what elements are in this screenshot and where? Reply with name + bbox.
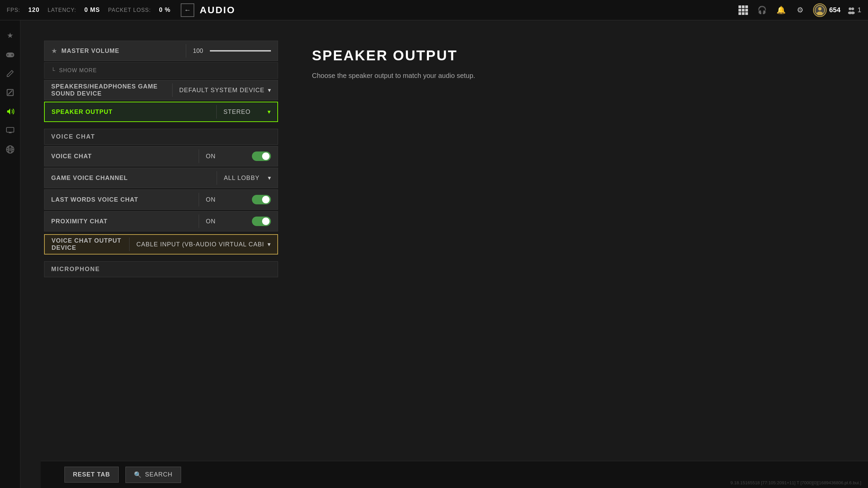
voice-chat-toggle[interactable] — [252, 151, 271, 161]
back-button[interactable]: ← — [181, 3, 194, 17]
master-volume-row[interactable]: ★ MASTER VOLUME 100 — [44, 41, 278, 61]
last-words-voice-chat-value: ON — [206, 196, 246, 203]
divider — [199, 149, 199, 163]
voice-chat-section-header: VOICE CHAT — [44, 129, 278, 145]
speakers-device-row[interactable]: SPEAKERS/HEADPHONES GAME SOUND DEVICE DE… — [44, 80, 278, 100]
topbar: FPS: 120 LATENCY: 0 MS PACKET LOSS: 0 % … — [0, 0, 868, 20]
stats-bar: FPS: 120 LATENCY: 0 MS PACKET LOSS: 0 % — [7, 6, 171, 14]
fps-value: 120 — [28, 6, 40, 14]
version-text: 9.18.15165518 [77:105:2091+11] T [7000][… — [730, 480, 861, 485]
game-voice-channel-row[interactable]: GAME VOICE CHANNEL ALL LOBBY ▾ — [44, 168, 278, 188]
content-area: ★ MASTER VOLUME 100 └ SHOW MORE SPEAKERS… — [20, 20, 868, 488]
svg-point-1 — [818, 7, 822, 11]
sidebar-item-favorites[interactable]: ★ — [2, 27, 19, 44]
last-words-voice-chat-row[interactable]: LAST WORDS VOICE CHAT ON — [44, 189, 278, 210]
packet-loss-value: 0 % — [159, 6, 171, 14]
divider — [129, 238, 130, 251]
speaker-output-label: SPEAKER OUTPUT — [52, 108, 210, 116]
divider — [199, 215, 199, 228]
page-title: AUDIO — [200, 5, 235, 16]
settings-panel: ★ MASTER VOLUME 100 └ SHOW MORE SPEAKERS… — [20, 20, 292, 488]
main-layout: ★ — [0, 20, 868, 488]
voice-chat-section-label: VOICE CHAT — [51, 133, 95, 140]
master-volume-label: MASTER VOLUME — [61, 47, 179, 55]
voice-output-device-arrow: ▾ — [268, 241, 271, 248]
proximity-chat-toggle[interactable] — [252, 217, 271, 226]
user-badge[interactable]: 654 — [813, 3, 841, 17]
speakers-dropdown-arrow: ▾ — [268, 86, 271, 94]
master-volume-value: 100 — [193, 47, 206, 55]
proximity-chat-label: PROXIMITY CHAT — [51, 218, 192, 225]
divider — [217, 171, 217, 185]
proximity-chat-value: ON — [206, 218, 246, 225]
svg-rect-16 — [6, 127, 14, 132]
divider — [186, 44, 186, 58]
sidebar-item-display[interactable] — [2, 122, 19, 139]
speakers-device-value: DEFAULT SYSTEM DEVICE — [179, 87, 264, 94]
packet-loss-label: PACKET LOSS: — [108, 7, 151, 13]
sidebar-item-slash[interactable] — [2, 84, 19, 101]
sidebar-item-network[interactable] — [2, 141, 19, 158]
svg-point-4 — [851, 7, 854, 10]
toggle-knob — [262, 218, 270, 225]
headphones-icon[interactable]: 🎧 — [756, 4, 768, 16]
show-more-row[interactable]: └ SHOW MORE — [44, 62, 278, 79]
slider-fill — [210, 50, 271, 52]
topbar-right: 🎧 🔔 ⚙ 654 1 — [737, 3, 862, 17]
search-icon: 🔍 — [134, 471, 142, 479]
divider — [199, 193, 199, 206]
microphone-section-header: MICROPHONE — [44, 261, 278, 277]
sidebar-nav: ★ — [0, 20, 20, 488]
voice-output-device-label: VOICE CHAT OUTPUT DEVICE — [52, 237, 122, 251]
speaker-output-arrow: ▾ — [268, 108, 271, 116]
voice-chat-value: ON — [206, 153, 246, 160]
show-more-label: SHOW MORE — [59, 67, 97, 74]
show-more-icon: └ — [51, 67, 55, 74]
info-panel: SPEAKER OUTPUT Choose the speaker output… — [292, 20, 868, 488]
latency-value: 0 MS — [84, 6, 100, 14]
svg-point-3 — [849, 7, 851, 10]
sidebar-item-controller[interactable] — [2, 46, 19, 63]
toggle-knob — [262, 196, 270, 203]
search-label: SEARCH — [145, 471, 173, 478]
voice-chat-label: VOICE CHAT — [51, 153, 192, 160]
speaker-output-row[interactable]: SPEAKER OUTPUT STEREO ▾ — [44, 102, 278, 122]
reset-tab-button[interactable]: RESET TAB — [64, 467, 119, 483]
speaker-output-value: STEREO — [223, 108, 264, 116]
party-badge[interactable]: 1 — [847, 6, 861, 14]
divider — [172, 83, 173, 97]
voice-chat-row[interactable]: VOICE CHAT ON — [44, 146, 278, 166]
game-voice-channel-value: ALL LOBBY — [224, 175, 264, 182]
voice-output-device-value: CABLE INPUT (VB-AUDIO VIRTUAL CABI — [136, 241, 264, 248]
notification-icon[interactable]: 🔔 — [775, 4, 787, 16]
proximity-chat-row[interactable]: PROXIMITY CHAT ON — [44, 211, 278, 231]
divider — [216, 105, 217, 119]
fps-label: FPS: — [7, 7, 20, 13]
grid-icon[interactable] — [737, 4, 749, 16]
slider-track[interactable] — [210, 50, 271, 52]
user-avatar — [813, 3, 827, 17]
svg-point-13 — [12, 55, 13, 56]
party-count: 1 — [857, 6, 861, 14]
last-words-toggle[interactable] — [252, 195, 271, 204]
svg-point-6 — [851, 12, 855, 14]
microphone-section-label: MICROPHONE — [51, 266, 100, 272]
sidebar-item-audio[interactable] — [2, 103, 19, 120]
search-button[interactable]: 🔍 SEARCH — [125, 467, 181, 483]
user-credits: 654 — [829, 6, 841, 14]
title-section: ← AUDIO — [181, 3, 235, 17]
settings-icon[interactable]: ⚙ — [794, 4, 806, 16]
toggle-knob — [262, 152, 270, 160]
master-volume-slider-container[interactable]: 100 — [193, 47, 271, 55]
speakers-device-label: SPEAKERS/HEADPHONES GAME SOUND DEVICE — [51, 83, 165, 97]
info-description: Choose the speaker output to match your … — [312, 70, 848, 81]
latency-label: LATENCY: — [48, 7, 76, 13]
sidebar-item-edit[interactable] — [2, 65, 19, 82]
game-voice-channel-arrow: ▾ — [268, 174, 271, 182]
game-voice-channel-label: GAME VOICE CHANNEL — [51, 175, 210, 182]
voice-output-device-row[interactable]: VOICE CHAT OUTPUT DEVICE CABLE INPUT (VB… — [44, 234, 278, 255]
last-words-voice-chat-label: LAST WORDS VOICE CHAT — [51, 196, 192, 203]
info-title: SPEAKER OUTPUT — [312, 47, 848, 64]
svg-rect-9 — [7, 55, 9, 55]
svg-line-15 — [8, 90, 12, 95]
